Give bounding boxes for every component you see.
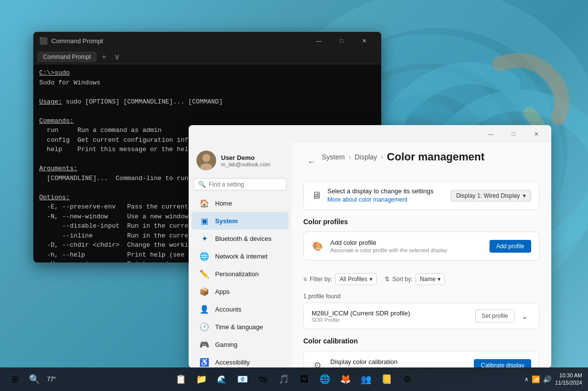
tray-time[interactable]: 10:30 AM 11/15/2024 — [555, 372, 582, 387]
sort-by-chevron: ▾ — [438, 276, 441, 283]
user-profile[interactable]: User Demo m_lab@outlook.com — [189, 147, 292, 178]
cmd-line-0: C:\>sudo — [39, 69, 70, 77]
calibration-icon: ⚙ — [312, 360, 323, 368]
tray-date-value: 11/15/2024 — [555, 379, 582, 387]
taskbar-icon-edge[interactable]: 🌊 — [213, 370, 231, 388]
filter-row: ≡ Filter by: All Profiles ▾ ⇅ Sort by: N… — [303, 268, 539, 290]
user-name: User Demo — [221, 154, 284, 161]
taskbar-icon-mail[interactable]: 📧 — [234, 370, 251, 388]
chevron-down-icon: ▾ — [523, 192, 526, 199]
cmd-new-tab-btn[interactable]: + — [98, 52, 109, 61]
cmd-maximize-btn[interactable]: □ — [330, 33, 353, 49]
tray-arrow[interactable]: ∧ — [524, 376, 529, 383]
calibrate-content: Display color calibration Calibrate disp… — [330, 358, 467, 368]
settings-main: ← System › Display › Color management 🖥 … — [292, 143, 551, 368]
breadcrumb-sep-2: › — [381, 154, 383, 160]
settings-body: User Demo m_lab@outlook.com 🔍 🏠 Home ▣ S… — [189, 143, 551, 368]
taskbar-icon-chrome[interactable]: 🌐 — [316, 370, 334, 388]
system-icon: ▣ — [199, 216, 209, 226]
color-profiles-card: 🎨 Add color profile Associate a color pr… — [303, 232, 539, 261]
sidebar-item-home[interactable]: 🏠 Home — [192, 194, 289, 212]
filter-by-select[interactable]: All Profiles ▾ — [335, 273, 377, 285]
add-profile-button[interactable]: Add profile — [490, 240, 531, 253]
user-email: m_lab@outlook.com — [221, 161, 284, 167]
filter-by-chevron: ▾ — [369, 276, 372, 283]
taskbar-icon-onenote[interactable]: 📒 — [378, 370, 395, 388]
taskbar-icon-teams[interactable]: 👥 — [357, 370, 375, 388]
home-icon: 🏠 — [199, 198, 209, 208]
breadcrumb-system[interactable]: System — [322, 153, 345, 161]
breadcrumb-current: Color management — [387, 151, 485, 163]
volume-tray-icon[interactable]: 🔊 — [543, 375, 551, 383]
taskbar-icon-widgets[interactable]: 📋 — [172, 370, 190, 388]
taskbar-center: 📋 📁 🌊 📧 🛍 🎵 🖼 🌐 🦊 👥 📒 ⚙ — [172, 370, 416, 388]
sidebar-item-time[interactable]: 🕐 Time & language — [192, 318, 289, 336]
settings-window: — □ ✕ User Demo m_lab@outlook.com — [189, 125, 551, 368]
sort-by-select[interactable]: Name ▾ — [416, 273, 445, 285]
taskbar-icon-photos[interactable]: 🖼 — [295, 370, 313, 388]
time-icon: 🕐 — [199, 322, 209, 332]
bluetooth-icon: ✦ — [199, 234, 209, 243]
settings-header: ← System › Display › Color management — [303, 151, 539, 173]
cmd-close-btn[interactable]: ✕ — [353, 33, 375, 49]
set-profile-button[interactable]: Set profile — [475, 310, 514, 322]
display-selector-link[interactable]: More about color management — [327, 196, 407, 203]
display-selector-title: Select a display to change its settings — [327, 187, 445, 195]
taskbar-icon-music[interactable]: 🎵 — [275, 370, 293, 388]
sidebar-item-network[interactable]: 🌐 Network & internet — [192, 247, 289, 265]
system-tray: ∧ 📶 🔊 — [524, 375, 551, 383]
sort-by-group: ⇅ Sort by: Name ▾ — [385, 273, 445, 285]
settings-close-btn[interactable]: ✕ — [525, 126, 547, 142]
back-button[interactable]: ← — [303, 155, 320, 169]
sidebar-item-accounts[interactable]: 👤 Accounts — [192, 300, 289, 318]
profiles-found-label: 1 profile found — [303, 293, 539, 300]
apps-icon: 📦 — [199, 287, 209, 296]
cmd-tab-1[interactable]: Command Prompt — [37, 52, 97, 62]
cmd-line-2: Usage: sudo [OPTIONS] [COMMANDLINE]... [… — [39, 98, 222, 105]
sidebar-item-apps[interactable]: 📦 Apps — [192, 283, 289, 300]
breadcrumb-display[interactable]: Display — [355, 153, 377, 161]
settings-minimize-btn[interactable]: — — [480, 126, 502, 142]
taskbar-start-btn[interactable]: ⊞ — [6, 370, 24, 388]
cmd-tab-dropdown-btn[interactable]: ∨ — [111, 52, 123, 61]
color-profiles-section-title: Color profiles — [303, 218, 539, 226]
expand-profile-btn[interactable]: ⌄ — [517, 309, 531, 323]
cmd-minimize-btn[interactable]: — — [308, 33, 330, 49]
settings-maximize-btn[interactable]: □ — [502, 126, 525, 142]
sidebar-item-accessibility[interactable]: ♿ Accessibility — [192, 353, 289, 368]
add-color-profile-row: 🎨 Add color profile Associate a color pr… — [304, 232, 539, 260]
taskbar-icon-file-explorer[interactable]: 📁 — [193, 370, 210, 388]
accounts-icon: 👤 — [199, 304, 209, 314]
breadcrumb-sep-1: › — [349, 154, 351, 160]
filter-icon: ≡ — [303, 276, 307, 283]
sidebar-item-label-home: Home — [215, 200, 232, 207]
display-selector: 🖥 Select a display to change its setting… — [303, 181, 539, 210]
settings-titlebar: — □ ✕ — [189, 125, 551, 143]
calibrate-button[interactable]: Calibrate display — [474, 359, 531, 368]
sidebar-item-personalization[interactable]: ✏️ Personalization — [192, 265, 289, 283]
sidebar-item-label-network: Network & internet — [215, 253, 268, 260]
accessibility-icon: ♿ — [199, 357, 209, 367]
taskbar-search-btn[interactable]: 🔍 — [25, 370, 43, 388]
taskbar-icon-settings[interactable]: ⚙ — [398, 370, 416, 388]
calibrate-row: ⚙ Display color calibration Calibrate di… — [304, 351, 539, 368]
sidebar-item-system[interactable]: ▣ System — [192, 212, 289, 230]
gaming-icon: 🎮 — [199, 339, 209, 349]
taskbar-icon-store[interactable]: 🛍 — [254, 370, 272, 388]
search-box[interactable]: 🔍 — [194, 178, 287, 190]
display-selected-label: Display 1: Wired Display — [456, 192, 520, 199]
taskbar-icon-firefox[interactable]: 🦊 — [337, 370, 354, 388]
filter-by-group: ≡ Filter by: All Profiles ▾ — [303, 273, 377, 285]
search-input[interactable] — [209, 181, 282, 188]
breadcrumb: System › Display › Color management — [322, 151, 485, 163]
taskbar-right: ∧ 📶 🔊 10:30 AM 11/15/2024 — [524, 372, 582, 387]
taskbar-left: ⊞ 🔍 77° — [6, 370, 58, 388]
network-tray-icon[interactable]: 📶 — [532, 375, 540, 383]
cmd-tabs-bar: Command Prompt + ∨ — [33, 50, 381, 64]
sidebar-item-gaming[interactable]: 🎮 Gaming — [192, 336, 289, 353]
profile-content: M28U_ICCM (Current SDR profile) SDR Prof… — [312, 310, 468, 323]
taskbar-temp[interactable]: 77° — [45, 370, 58, 388]
color-calibration-section-title: Color calibration — [303, 337, 539, 345]
sidebar-item-bluetooth[interactable]: ✦ Bluetooth & devices — [192, 230, 289, 247]
display-select-dropdown[interactable]: Display 1: Wired Display ▾ — [451, 190, 531, 202]
